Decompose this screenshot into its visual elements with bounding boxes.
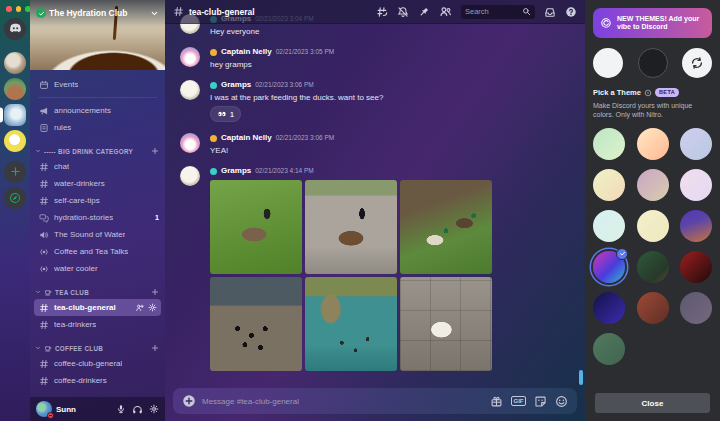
beta-badge: BETA [655,88,679,97]
gif-icon[interactable]: GIF [511,396,526,406]
message-author[interactable]: Gramps [221,165,251,177]
theme-swatch-periwinkle[interactable] [680,128,712,160]
create-channel-icon[interactable] [151,344,159,352]
message-author[interactable]: Captain Nelly [221,132,272,144]
microphone-icon[interactable] [116,404,126,414]
category-coffee-club[interactable]: COFFEE CLUB [30,341,165,355]
sync-mode-button[interactable] [682,48,712,78]
server-avatar-hydration-club[interactable] [4,104,26,126]
channel-settings-icon[interactable] [148,303,157,312]
category-big-drink[interactable]: ----- BIG DRINK CATEGORY [30,144,165,158]
server-banner-image: The Hydration Club [30,0,165,70]
channel-water-drinkers[interactable]: water-drinkers [30,175,165,192]
megaphone-icon [39,106,49,116]
theme-swatch-sage[interactable] [593,333,625,365]
verified-badge-icon [36,8,46,18]
avatar-captain-nelly[interactable] [180,47,200,67]
message-input[interactable]: Message #tea-club-general GIF [173,388,577,414]
channel-self-care-tips[interactable]: self-care-tips [30,192,165,209]
discord-home-button[interactable] [4,18,26,40]
theme-swatch-peach[interactable] [637,128,669,160]
server-avatar-logo[interactable] [4,130,26,152]
photo-goose-grass[interactable] [210,180,302,274]
calendar-icon [39,80,49,90]
theme-swatch-citrus[interactable] [593,169,625,201]
sticker-icon[interactable] [534,395,547,408]
avatar-gramps[interactable] [180,166,200,186]
channel-tea-drinkers[interactable]: tea-drinkers [30,316,165,333]
photo-goose-path[interactable] [305,180,397,274]
pinned-messages-icon[interactable] [418,6,430,18]
server-header[interactable]: The Hydration Club [30,0,165,26]
help-icon[interactable] [565,6,577,18]
channel-hydration-stories[interactable]: hydration-stories 1 [30,209,165,226]
message-author[interactable]: Captain Nelly [221,46,272,58]
theme-swatch-cream[interactable] [637,210,669,242]
channel-the-sound-of-water[interactable]: The Sound of Water [30,226,165,243]
user-avatar[interactable] [36,401,52,417]
theme-swatch-selected[interactable] [593,251,625,283]
theme-swatch-ice[interactable] [593,210,625,242]
threads-icon[interactable] [376,6,388,18]
message: Gramps02/21/2023 3:06 PM I was at the pa… [165,79,581,123]
channel-tea-club-general-selected[interactable]: tea-club-general [34,299,161,316]
add-server-button[interactable] [4,161,26,183]
explore-servers-button[interactable] [4,187,26,209]
channel-rules[interactable]: rules [30,119,165,136]
channel-title: tea-club-general [189,7,255,17]
photo-pond[interactable] [305,277,397,371]
teacup-emoji [44,288,52,296]
light-mode-button[interactable] [593,48,623,78]
channel-coffee-club-general[interactable]: coffee-club-general [30,355,165,372]
dark-mode-button[interactable] [638,48,668,78]
attach-plus-icon[interactable] [182,394,196,408]
channel-chat[interactable]: chat [30,158,165,175]
avatar-captain-nelly[interactable] [180,133,200,153]
create-channel-icon[interactable] [151,147,159,155]
message: Captain Nelly02/21/2023 3:05 PM hey gram… [165,46,581,70]
selected-server-pill [0,107,3,122]
theme-swatch-forest[interactable] [637,251,669,283]
theme-swatch-mauve[interactable] [637,169,669,201]
plus-icon [10,166,21,177]
server-avatar-plant[interactable] [4,78,26,100]
theme-swatch-slate[interactable] [680,292,712,324]
photo-mallards[interactable] [400,180,492,274]
minimize-window-button[interactable] [16,6,22,12]
channel-coffee-drinkers[interactable]: coffee-drinkers [30,372,165,389]
channel-coffee-and-tea-talks[interactable]: Coffee and Tea Talks [30,243,165,260]
hash-icon [39,162,49,172]
invite-people-icon[interactable] [135,303,144,312]
theme-swatch-blush[interactable] [680,169,712,201]
scrollbar-thumb[interactable] [579,370,583,385]
member-list-icon[interactable] [439,5,452,18]
theme-swatch-midnight[interactable] [593,292,625,324]
headphones-icon[interactable] [132,404,143,415]
sidebar-item-events[interactable]: Events [30,76,165,93]
theme-swatch-rust[interactable] [637,292,669,324]
inbox-icon[interactable] [544,6,556,18]
chevron-down-icon [35,148,41,154]
close-window-button[interactable] [6,6,12,12]
message-author[interactable]: Gramps [221,79,251,91]
close-button[interactable]: Close [595,393,710,413]
channel-announcements[interactable]: announcements [30,102,165,119]
avatar-gramps[interactable] [180,80,200,100]
gift-icon[interactable] [490,395,503,408]
theme-swatch-mint[interactable] [593,128,625,160]
photo-white-dog[interactable] [400,277,492,371]
emoji-icon[interactable] [555,395,568,408]
user-settings-icon[interactable] [149,404,159,414]
channel-water-cooler[interactable]: water cooler [30,260,165,277]
message-placeholder: Message #tea-club-general [202,397,484,406]
theme-swatch-sunset[interactable] [680,210,712,242]
photo-coots-shore[interactable] [210,277,302,371]
message-text: Hey everyone [210,26,581,37]
theme-swatch-crimson[interactable] [680,251,712,283]
search-input[interactable]: Search [461,5,535,19]
notifications-muted-icon[interactable] [397,6,409,18]
create-channel-icon[interactable] [151,288,159,296]
server-avatar-teapot[interactable] [4,52,26,74]
eyes-reaction[interactable]: 1 [210,106,241,122]
category-tea-club[interactable]: TEA CLUB [30,285,165,299]
